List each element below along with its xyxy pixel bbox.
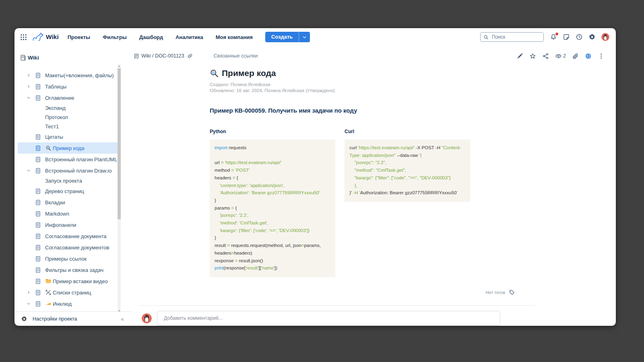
apps-grid-icon[interactable]: [20, 34, 27, 41]
sidebar-item[interactable]: Оглавление: [18, 92, 118, 103]
sidebar-item-label: Таблицы: [45, 84, 66, 90]
document-icon: [35, 72, 41, 79]
wiki-book-icon: [20, 54, 27, 61]
project-settings-label[interactable]: Настройки проекта: [33, 316, 77, 322]
notes-icon[interactable]: [563, 33, 570, 41]
create-button-label[interactable]: Создать: [265, 32, 299, 42]
nav-item[interactable]: Проекты: [68, 34, 90, 40]
sidebar-scrollbar[interactable]: ▲ ▼: [118, 64, 121, 313]
sidebar-item-label: Макеты(+вложения, файлы): [45, 72, 114, 78]
chevron-down-icon: [302, 35, 307, 39]
settings-icon[interactable]: [588, 33, 596, 41]
sidebar-item[interactable]: Таблицы: [18, 81, 118, 92]
sidebar-item[interactable]: Примеры ссылок: [18, 253, 118, 264]
tag-icon[interactable]: [509, 289, 515, 296]
document-icon: [35, 300, 41, 307]
nav-item[interactable]: Аналитика: [175, 34, 203, 40]
comment-input[interactable]: [157, 311, 500, 326]
sidebar-item-label: Вкладки: [45, 200, 65, 206]
nav-item[interactable]: Дашборд: [139, 34, 163, 40]
star-icon[interactable]: [529, 53, 536, 60]
document-icon: [35, 210, 41, 217]
tab-related-links[interactable]: Связанные ссылки: [214, 53, 258, 59]
code-box: curl 'https://test.evateam.ru/api/' -X P…: [345, 140, 470, 202]
link-icon[interactable]: [187, 53, 193, 59]
breadcrumb-row: Wiki / DOC-001123 Связанные ссылки: [131, 50, 616, 62]
page-title-row: Пример кода: [210, 68, 537, 78]
scrollbar-thumb[interactable]: [118, 68, 121, 219]
sidebar-collapse-button[interactable]: «: [121, 316, 124, 322]
project-settings-gear-icon[interactable]: [21, 316, 27, 322]
sidebar-item[interactable]: Согласование документа: [18, 230, 118, 242]
document-icon: [35, 156, 41, 163]
chevron-down-icon[interactable]: [27, 96, 32, 100]
sidebar-item-label: Примеры ссылок: [45, 256, 87, 262]
sidebar-item[interactable]: Списки страниц: [18, 287, 118, 298]
tags-row: Нет тегов: [131, 289, 616, 296]
sidebar-item-label: Оглавление: [45, 95, 74, 101]
nav-item[interactable]: Фильтры: [103, 34, 127, 40]
sidebar-item[interactable]: Согласование документов: [18, 242, 118, 253]
page-title: Пример кода: [222, 68, 276, 78]
chevron-down-icon[interactable]: [27, 302, 32, 306]
sidebar-item[interactable]: Экспанд: [18, 103, 118, 113]
chevron-right-icon[interactable]: [27, 73, 32, 77]
sidebar-item[interactable]: Инклюд: [18, 298, 118, 309]
document-icon: [35, 267, 41, 274]
document-icon: [35, 167, 41, 174]
sidebar-item-label: Запуск проекта: [45, 178, 82, 184]
document-icon: [35, 233, 41, 240]
page-toolbar: 2: [516, 53, 605, 60]
tags-label: Нет тегов: [485, 290, 505, 295]
nav-item[interactable]: Моя компания: [216, 34, 253, 40]
sidebar-item-label: Согласование документа: [45, 233, 106, 239]
scroll-up-icon[interactable]: ▲: [118, 64, 121, 68]
code-block-title: Curl: [345, 129, 470, 134]
sidebar-item-label: Встроенный плагин Draw.io: [45, 168, 111, 174]
notification-badge: [555, 33, 558, 35]
sidebar-item-label: Согласование документов: [45, 245, 109, 251]
scroll-down-icon[interactable]: ▼: [118, 309, 121, 313]
code-block: Curlcurl 'https://test.evateam.ru/api/' …: [345, 129, 470, 202]
create-button[interactable]: Создать: [265, 32, 310, 42]
sidebar-item[interactable]: Фильтры и связка задач: [18, 264, 118, 276]
globe-icon[interactable]: [585, 53, 592, 60]
search-box[interactable]: [480, 32, 544, 42]
sidebar-item[interactable]: Макеты(+вложения, файлы): [18, 70, 118, 81]
breadcrumb-label[interactable]: Wiki / DOC-001123: [141, 53, 184, 59]
sidebar-item[interactable]: Markdown: [18, 208, 118, 219]
sidebar-item[interactable]: Цитаты: [18, 131, 118, 142]
meta-created: Создано: Полина Яглейская: [210, 82, 537, 88]
document-icon: [35, 145, 41, 152]
sidebar-item[interactable]: Протокол: [18, 113, 118, 122]
sidebar-item[interactable]: Встроенный плагин PlantUML: [18, 154, 118, 165]
sidebar-header[interactable]: Wiki: [14, 46, 131, 64]
chevron-right-icon[interactable]: [27, 290, 32, 294]
sidebar-item[interactable]: Пример кода: [18, 142, 118, 154]
search-input[interactable]: [491, 34, 535, 40]
sidebar-item[interactable]: Пример вставки видео: [18, 276, 118, 287]
app-title[interactable]: Wiki: [46, 33, 59, 41]
sidebar-item[interactable]: Дерево страниц: [18, 185, 118, 197]
attachment-icon[interactable]: [572, 53, 579, 60]
create-dropdown-button[interactable]: [299, 32, 310, 42]
share-icon[interactable]: [542, 53, 549, 60]
sidebar-item[interactable]: Инфопанели: [18, 219, 118, 230]
sidebar-item-label: Цитаты: [45, 134, 63, 140]
history-icon[interactable]: [576, 33, 583, 41]
chevron-down-icon[interactable]: [27, 169, 32, 173]
edit-icon[interactable]: [516, 53, 523, 60]
sidebar-item[interactable]: Запуск проекта: [18, 176, 118, 185]
code-block: Pythonimport requests url = 'https://tes…: [210, 129, 335, 277]
user-avatar[interactable]: [601, 33, 609, 41]
sidebar-item[interactable]: Вкладки: [18, 197, 118, 208]
breadcrumb[interactable]: Wiki / DOC-001123: [134, 53, 193, 59]
sidebar-item[interactable]: Встроенный плагин Draw.io: [18, 165, 118, 176]
sidebar-item[interactable]: Тест1: [18, 122, 118, 131]
include-emoji-icon: [45, 300, 52, 307]
more-menu-icon[interactable]: [598, 53, 605, 60]
chevron-right-icon[interactable]: [27, 84, 32, 88]
sidebar-item-label: Тест1: [45, 123, 59, 130]
notifications-icon[interactable]: [550, 33, 557, 41]
views-counter[interactable]: 2: [555, 53, 566, 60]
